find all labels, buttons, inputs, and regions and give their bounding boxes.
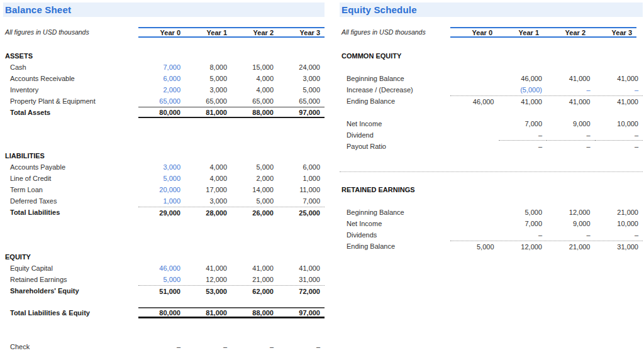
table-row: Inventory2,0003,0004,0005,000 <box>3 84 325 95</box>
column-header-year3: Year 3 <box>278 28 325 36</box>
spacer <box>340 195 643 207</box>
cell-year-3: 31,000 <box>595 241 643 252</box>
cell-year-3: 21,000 <box>595 207 643 218</box>
cell-year-0: 3,000 <box>138 161 185 173</box>
cell-year-0 <box>138 50 185 62</box>
cell-year-2: 9,000 <box>547 118 595 129</box>
year-column-headers: Year 0 Year 1 Year 2 Year 3 <box>450 27 636 38</box>
row-values: (5,000)–– <box>450 84 643 95</box>
row-values <box>138 251 325 263</box>
cell-year-2: 4,000 <box>231 73 278 84</box>
total-row: Total Assets80,00081,00088,00097,000 <box>3 107 325 118</box>
cell-year-0 <box>450 118 499 129</box>
section-header-label: EQUITY <box>3 251 138 263</box>
cell-year-1: 17,000 <box>185 184 231 195</box>
cell-year-1: 4,000 <box>185 161 231 173</box>
cell-year-2: 5,000 <box>231 195 278 207</box>
cell-year-3: 6,000 <box>278 161 325 173</box>
table-row: Retained Earnings5,00012,00021,00031,000 <box>3 274 325 285</box>
cell-year-3: 72,000 <box>278 286 325 296</box>
cell-year-1: – <box>499 141 547 152</box>
balance-sheet-body: ASSETSCash7,0008,00015,00024,000Accounts… <box>3 38 325 352</box>
cell-year-0 <box>450 141 499 152</box>
cell-year-3: 97,000 <box>278 107 325 117</box>
spacer <box>3 296 325 307</box>
cell-year-3: 25,000 <box>278 207 325 218</box>
cell-year-3: 24,000 <box>278 62 325 73</box>
cell-year-1: 8,000 <box>185 62 231 73</box>
row-label: Line of Credit <box>3 173 138 184</box>
cell-year-1: 81,000 <box>185 107 231 117</box>
section-header-row: ASSETS <box>3 50 325 62</box>
row-values: ––– <box>450 229 643 241</box>
row-label: Increase / (Decrease) <box>340 84 450 95</box>
cell-year-1: 7,000 <box>499 118 547 129</box>
row-values: 6,0005,0004,0003,000 <box>138 73 325 84</box>
cell-year-2 <box>547 184 595 195</box>
row-label: Ending Balance <box>340 95 450 107</box>
cell-year-3: 10,000 <box>595 218 643 229</box>
table-row: Check–––– <box>3 341 325 352</box>
cell-year-2: 2,000 <box>231 173 278 184</box>
cell-year-3: 7,000 <box>278 195 325 207</box>
table-row: Net Income7,0009,00010,000 <box>340 218 643 229</box>
row-values: ––– <box>450 141 643 152</box>
section-header-row: RETAINED EARNINGS <box>340 184 643 195</box>
cell-year-0 <box>450 229 499 241</box>
column-header-year2: Year 2 <box>231 28 278 36</box>
cell-year-1: 7,000 <box>499 218 547 229</box>
row-values: 29,00028,00026,00025,000 <box>138 207 325 218</box>
cell-year-0: 1,000 <box>138 195 185 207</box>
table-row: Ending Balance46,00041,00041,00041,000 <box>340 95 643 107</box>
cell-year-0 <box>450 129 499 141</box>
table-row: Net Income7,0009,00010,000 <box>340 118 643 129</box>
cell-year-2 <box>231 251 278 263</box>
cell-year-1: 53,000 <box>185 286 231 296</box>
cell-year-2: 21,000 <box>231 274 278 285</box>
spacer <box>3 218 325 251</box>
row-values: 80,00081,00088,00097,000 <box>138 307 325 318</box>
cell-year-3: – <box>595 129 643 141</box>
column-header-year3: Year 3 <box>590 28 636 36</box>
row-values: 1,0003,0005,0007,000 <box>138 195 325 207</box>
cell-year-3: 41,000 <box>278 263 325 274</box>
table-row: Equity Capital46,00041,00041,00041,000 <box>3 263 325 274</box>
row-values: 20,00017,00014,00011,000 <box>138 184 325 195</box>
table-row: Line of Credit5,0004,0002,0001,000 <box>3 173 325 184</box>
row-values <box>138 50 325 62</box>
cell-year-3: 97,000 <box>278 308 325 317</box>
cell-year-3 <box>278 150 325 161</box>
cell-year-1 <box>499 184 547 195</box>
cell-year-3: – <box>595 84 643 95</box>
cell-year-0: 5,000 <box>138 274 185 285</box>
cell-year-3: 65,000 <box>278 95 325 107</box>
cell-year-1: 12,000 <box>185 274 231 285</box>
row-label: Ending Balance <box>340 241 450 252</box>
section-header-label: LIABILITIES <box>3 150 138 161</box>
cell-year-3: – <box>595 141 643 152</box>
cell-year-0 <box>138 251 185 263</box>
row-label: Deferred Taxes <box>3 195 138 207</box>
cell-year-0: 7,000 <box>138 62 185 73</box>
cell-year-2: – <box>547 129 595 141</box>
row-label: Total Liabilities <box>3 207 138 218</box>
row-values: 7,0008,00015,00024,000 <box>138 62 325 73</box>
cell-year-1: 41,000 <box>499 96 547 107</box>
cell-year-1: 28,000 <box>185 207 231 218</box>
row-label: Property Plant & Equipment <box>3 95 138 107</box>
table-row: Cash7,0008,00015,00024,000 <box>3 62 325 73</box>
row-values: 46,00041,00041,00041,000 <box>450 95 643 107</box>
spacer <box>3 38 325 50</box>
cell-year-2: 15,000 <box>231 62 278 73</box>
row-label: Net Income <box>340 218 450 229</box>
table-row: Dividend––– <box>340 129 643 141</box>
section-header-row: LIABILITIES <box>3 150 325 161</box>
cell-year-2 <box>231 150 278 161</box>
row-label: Accounts Receivable <box>3 73 138 84</box>
cell-year-2: 26,000 <box>231 207 278 218</box>
cell-year-1: – <box>185 341 231 352</box>
cell-year-2: 62,000 <box>231 286 278 296</box>
cell-year-1: 46,000 <box>499 73 547 84</box>
row-label: Dividends <box>340 229 450 241</box>
row-values: 7,0009,00010,000 <box>450 118 643 129</box>
